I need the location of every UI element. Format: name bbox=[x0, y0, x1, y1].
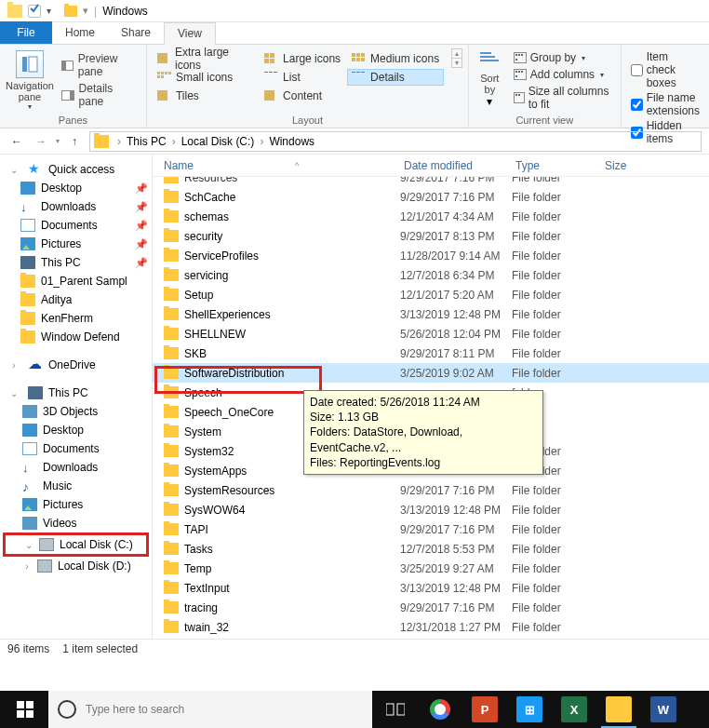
taskbar-appstore[interactable]: ⊞ bbox=[508, 691, 551, 728]
taskbar-powerpoint[interactable]: P bbox=[463, 691, 506, 728]
cortana-icon bbox=[58, 700, 76, 719]
file-row[interactable]: Temp3/25/2019 9:27 AMFile folder bbox=[153, 559, 709, 578]
sidebar-desktop[interactable]: Desktop📌 bbox=[0, 179, 152, 197]
sidebar-pictures[interactable]: Pictures📌 bbox=[0, 235, 152, 253]
sidebar-this-pc-2[interactable]: ⌄This PC bbox=[0, 384, 152, 402]
file-extensions-toggle[interactable]: File name extensions bbox=[631, 91, 700, 117]
history-dropdown[interactable]: ▾ bbox=[56, 137, 60, 145]
sidebar-folder[interactable]: 01_Parent Sampl bbox=[0, 272, 152, 290]
pin-icon: 📌 bbox=[135, 182, 148, 195]
layout-large[interactable]: Large icons bbox=[260, 50, 345, 67]
tab-home[interactable]: Home bbox=[52, 21, 108, 44]
sidebar-onedrive[interactable]: ›OneDrive bbox=[0, 356, 152, 374]
taskbar-word[interactable]: W bbox=[642, 691, 685, 728]
file-row[interactable]: SchCache9/29/2017 7:16 PMFile folder bbox=[153, 187, 709, 207]
sidebar-local-disk-d[interactable]: ›Local Disk (D:) bbox=[0, 557, 152, 575]
svg-rect-4 bbox=[17, 710, 24, 718]
qa-customize-icon[interactable]: ▾ bbox=[83, 5, 88, 17]
size-columns-button[interactable]: Size all columns to fit bbox=[511, 84, 615, 112]
details-pane-button[interactable]: Details pane bbox=[61, 82, 139, 108]
folder-icon bbox=[164, 425, 179, 438]
file-row[interactable]: twain_3212/31/2018 1:27 PMFile folder bbox=[153, 617, 709, 637]
file-row[interactable]: ServiceProfiles11/28/2017 9:14 AMFile fo… bbox=[153, 246, 709, 265]
tab-share[interactable]: Share bbox=[108, 21, 164, 44]
file-row[interactable]: SoftwareDistribution3/25/2019 9:02 AMFil… bbox=[153, 363, 709, 383]
file-row[interactable]: ShellExperiences3/13/2019 12:48 PMFile f… bbox=[153, 304, 709, 324]
breadcrumb-local-disk[interactable]: Local Disk (C:) bbox=[181, 135, 255, 148]
breadcrumb-windows[interactable]: Windows bbox=[269, 135, 314, 148]
layout-content[interactable]: Content bbox=[260, 88, 345, 104]
layout-list[interactable]: List bbox=[260, 69, 345, 86]
file-row[interactable]: SystemResources9/29/2017 7:16 PMFile fol… bbox=[153, 480, 709, 500]
sidebar-downloads[interactable]: Downloads📌 bbox=[0, 197, 152, 216]
column-size[interactable]: Size bbox=[601, 155, 709, 176]
address-bar[interactable]: › This PC › Local Disk (C:) › Windows bbox=[89, 131, 702, 152]
sidebar-pictures-2[interactable]: Pictures bbox=[0, 495, 152, 514]
svg-rect-1 bbox=[29, 57, 37, 72]
layout-details[interactable]: Details bbox=[347, 69, 444, 86]
preview-pane-button[interactable]: Preview pane bbox=[61, 52, 139, 78]
column-name[interactable]: Name^ bbox=[160, 155, 400, 176]
folder-icon bbox=[64, 6, 77, 17]
column-date[interactable]: Date modified bbox=[400, 155, 512, 176]
layout-extra-large[interactable]: Extra large icons bbox=[153, 50, 258, 67]
sidebar-this-pc[interactable]: This PC📌 bbox=[0, 253, 152, 272]
layout-scroll[interactable]: ▴▾ bbox=[451, 48, 462, 68]
sidebar-documents[interactable]: Documents📌 bbox=[0, 216, 152, 235]
file-row[interactable]: Vss9/29/2017 8:13 PMFile folder bbox=[153, 637, 709, 639]
layout-medium[interactable]: Medium icons bbox=[347, 50, 444, 67]
sidebar-quick-access[interactable]: ⌄Quick access bbox=[0, 160, 152, 179]
sidebar-downloads-2[interactable]: Downloads bbox=[0, 458, 152, 477]
navigation-pane-button[interactable]: Navigation pane ▾ bbox=[6, 48, 54, 115]
file-row[interactable]: TAPI9/29/2017 7:16 PMFile folder bbox=[153, 519, 709, 539]
tab-view[interactable]: View bbox=[164, 22, 216, 45]
task-view-button[interactable] bbox=[374, 691, 417, 728]
group-currentview-label: Current view bbox=[475, 115, 615, 128]
start-button[interactable] bbox=[4, 691, 47, 728]
file-row[interactable]: Setup12/1/2017 5:20 AMFile folder bbox=[153, 285, 709, 304]
layout-small[interactable]: Small icons bbox=[153, 69, 258, 86]
taskbar-chrome[interactable] bbox=[419, 691, 462, 728]
forward-button[interactable]: → bbox=[32, 132, 50, 151]
file-row[interactable]: schemas12/1/2017 4:34 AMFile folder bbox=[153, 207, 709, 226]
file-row[interactable]: SysWOW643/13/2019 12:48 PMFile folder bbox=[153, 500, 709, 519]
sidebar-folder[interactable]: Window Defend bbox=[0, 328, 152, 346]
file-row[interactable]: SHELLNEW5/26/2018 12:04 PMFile folder bbox=[153, 324, 709, 344]
folder-icon bbox=[164, 249, 179, 262]
file-row[interactable]: TextInput3/13/2019 12:48 PMFile folder bbox=[153, 578, 709, 598]
sidebar-desktop-2[interactable]: Desktop bbox=[0, 421, 152, 439]
sidebar-folder[interactable]: Aditya bbox=[0, 290, 152, 309]
folder-icon bbox=[164, 230, 179, 242]
file-row[interactable]: security9/29/2017 8:13 PMFile folder bbox=[153, 226, 709, 246]
folder-icon bbox=[164, 367, 179, 379]
sidebar-documents-2[interactable]: Documents bbox=[0, 439, 152, 458]
back-button[interactable]: ← bbox=[7, 132, 26, 151]
up-button[interactable]: ↑ bbox=[65, 132, 84, 151]
sidebar-local-disk-c[interactable]: ⌄Local Disk (C:) bbox=[6, 535, 146, 554]
sidebar-3d-objects[interactable]: 3D Objects bbox=[0, 402, 152, 421]
sidebar-videos[interactable]: Videos bbox=[0, 514, 152, 533]
svg-rect-0 bbox=[22, 57, 27, 72]
layout-tiles[interactable]: Tiles bbox=[153, 88, 258, 104]
file-row[interactable]: servicing12/7/2018 6:34 PMFile folder bbox=[153, 265, 709, 285]
group-by-button[interactable]: Group by▾ bbox=[511, 50, 615, 65]
sidebar-folder[interactable]: KenFherm bbox=[0, 309, 152, 328]
svg-rect-3 bbox=[26, 701, 33, 708]
file-row[interactable]: SKB9/29/2017 8:11 PMFile folder bbox=[153, 344, 709, 363]
file-row[interactable]: tracing9/29/2017 7:16 PMFile folder bbox=[153, 598, 709, 617]
sort-by-button[interactable]: Sort by ▾ bbox=[475, 48, 505, 115]
taskbar-explorer[interactable] bbox=[597, 691, 640, 728]
breadcrumb-this-pc[interactable]: This PC bbox=[127, 135, 167, 148]
add-columns-button[interactable]: Add columns▾ bbox=[511, 67, 615, 82]
item-checkboxes-toggle[interactable]: Item check boxes bbox=[631, 50, 700, 89]
file-row[interactable]: Tasks12/7/2018 5:53 PMFile folder bbox=[153, 539, 709, 559]
sidebar-music[interactable]: Music bbox=[0, 477, 152, 495]
qa-save-icon[interactable] bbox=[28, 5, 41, 18]
column-type[interactable]: Type bbox=[512, 155, 601, 176]
file-row[interactable]: Resources9/29/2017 7:16 PMFile folder bbox=[153, 177, 709, 187]
tab-file[interactable]: File bbox=[0, 21, 52, 44]
taskbar-search[interactable]: Type here to search bbox=[48, 691, 372, 728]
qa-dropdown-icon[interactable]: ▾ bbox=[47, 6, 51, 16]
taskbar-excel[interactable]: X bbox=[553, 691, 595, 728]
folder-icon bbox=[164, 210, 179, 222]
